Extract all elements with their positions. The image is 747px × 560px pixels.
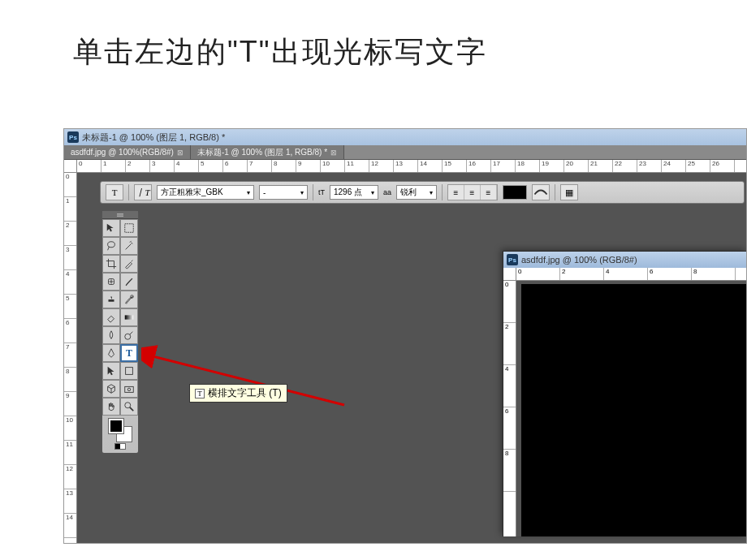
document-canvas[interactable] bbox=[521, 284, 746, 536]
separator bbox=[313, 184, 313, 200]
slide-title: 单击左边的"T"出现光标写文字 bbox=[0, 0, 747, 72]
svg-rect-4 bbox=[125, 315, 134, 319]
svg-point-8 bbox=[127, 388, 131, 391]
shape-tool[interactable] bbox=[120, 362, 138, 380]
window-titlebar[interactable]: Ps 未标题-1 @ 100% (图层 1, RGB/8) * bbox=[64, 129, 746, 145]
separator bbox=[128, 184, 129, 200]
close-icon[interactable]: ⊠ bbox=[330, 149, 337, 157]
font-size-dropdown[interactable]: 1296 点 ▾ bbox=[330, 185, 378, 200]
eraser-tool[interactable] bbox=[102, 308, 120, 326]
lasso-tool[interactable] bbox=[102, 237, 120, 255]
align-left-button[interactable]: ≡ bbox=[448, 185, 464, 200]
antialias-label: aa bbox=[383, 188, 391, 196]
text-align-group: ≡ ≡ ≡ bbox=[447, 184, 498, 200]
close-icon[interactable]: ⊠ bbox=[177, 149, 184, 157]
chevron-down-icon: ▾ bbox=[371, 189, 374, 196]
3d-tool[interactable] bbox=[102, 380, 120, 398]
photoshop-window: Ps 未标题-1 @ 100% (图层 1, RGB/8) * asdfdf.j… bbox=[63, 128, 747, 544]
chevron-down-icon: ▾ bbox=[430, 189, 433, 196]
document-window[interactable]: Ps asdfdf.jpg @ 100% (RGB/8#) 0 2 4 6 8 … bbox=[503, 251, 746, 536]
zoom-tool[interactable] bbox=[120, 398, 138, 416]
font-family-value: 方正粗雅宋_GBK bbox=[161, 187, 223, 198]
antialias-dropdown[interactable]: 锐利 ▾ bbox=[396, 185, 437, 200]
ruler-origin[interactable] bbox=[503, 268, 516, 281]
type-tool[interactable]: T bbox=[120, 344, 138, 362]
foreground-color-swatch[interactable] bbox=[109, 419, 123, 433]
default-colors-icon[interactable] bbox=[114, 443, 126, 450]
align-right-button[interactable]: ≡ bbox=[481, 185, 497, 200]
magic-wand-tool[interactable] bbox=[120, 237, 138, 255]
tooltip-text: 横排文字工具 (T) bbox=[208, 386, 282, 400]
panel-grip[interactable] bbox=[102, 211, 138, 219]
tool-panel[interactable]: T bbox=[101, 210, 139, 454]
svg-point-9 bbox=[125, 403, 131, 408]
svg-point-5 bbox=[125, 334, 131, 339]
font-style-value: - bbox=[263, 188, 266, 197]
app-icon: Ps bbox=[507, 254, 518, 265]
document-tab[interactable]: asdfdf.jpg @ 100%(RGB/8#) ⊠ bbox=[64, 145, 191, 159]
horizontal-ruler[interactable]: 0 1 2 3 4 5 6 7 8 9 10 11 12 13 14 15 16… bbox=[77, 160, 746, 173]
move-tool[interactable] bbox=[102, 219, 120, 237]
tool-preset-icon[interactable]: T bbox=[106, 184, 123, 200]
hand-tool[interactable] bbox=[102, 398, 120, 416]
healing-brush-tool[interactable] bbox=[102, 273, 120, 291]
document-tab[interactable]: 未标题-1 @ 100% (图层 1, RGB/8) * ⊠ bbox=[191, 145, 344, 159]
vertical-ruler[interactable]: 0 1 2 3 4 5 6 7 8 9 10 11 12 13 14 bbox=[64, 173, 77, 543]
horizontal-ruler[interactable]: 0 2 4 6 8 bbox=[516, 268, 746, 281]
pen-tool[interactable] bbox=[102, 344, 120, 362]
text-color-swatch[interactable] bbox=[503, 185, 527, 200]
separator bbox=[555, 184, 555, 200]
chevron-down-icon: ▾ bbox=[247, 189, 250, 196]
font-size-icon: tT bbox=[318, 188, 325, 196]
align-center-button[interactable]: ≡ bbox=[464, 185, 481, 200]
font-size-value: 1296 点 bbox=[334, 187, 362, 198]
clone-stamp-tool[interactable] bbox=[102, 291, 120, 308]
antialias-value: 锐利 bbox=[400, 187, 417, 198]
color-swatches bbox=[102, 416, 138, 453]
crop-tool[interactable] bbox=[102, 255, 120, 273]
document-titlebar[interactable]: Ps asdfdf.jpg @ 100% (RGB/8#) bbox=[503, 252, 746, 268]
svg-rect-0 bbox=[125, 224, 134, 233]
tool-tooltip: T 横排文字工具 (T) bbox=[189, 384, 287, 403]
tab-label: asdfdf.jpg @ 100%(RGB/8#) bbox=[71, 148, 174, 157]
marquee-tool[interactable] bbox=[120, 219, 138, 237]
eyedropper-tool[interactable] bbox=[120, 255, 138, 273]
text-orientation-icon[interactable]: 丨T bbox=[134, 184, 152, 200]
gradient-tool[interactable] bbox=[120, 308, 138, 326]
svg-rect-6 bbox=[126, 368, 133, 375]
ruler-origin[interactable] bbox=[64, 160, 77, 173]
font-style-dropdown[interactable]: - ▾ bbox=[259, 185, 308, 200]
character-panel-button[interactable]: ▦ bbox=[560, 184, 578, 200]
brush-tool[interactable] bbox=[120, 273, 138, 291]
tab-label: 未标题-1 @ 100% (图层 1, RGB/8) * bbox=[197, 147, 327, 158]
svg-point-1 bbox=[108, 242, 115, 248]
path-selection-tool[interactable] bbox=[102, 362, 120, 380]
dodge-tool[interactable] bbox=[120, 326, 138, 344]
document-title: asdfdf.jpg @ 100% (RGB/8#) bbox=[521, 255, 637, 265]
tooltip-icon: T bbox=[195, 389, 205, 398]
document-tab-bar: asdfdf.jpg @ 100%(RGB/8#) ⊠ 未标题-1 @ 100%… bbox=[64, 145, 746, 160]
app-icon: Ps bbox=[67, 131, 79, 143]
vertical-ruler[interactable]: 0 2 4 6 8 bbox=[503, 281, 516, 536]
separator bbox=[442, 184, 443, 200]
history-brush-tool[interactable] bbox=[120, 291, 138, 308]
blur-tool[interactable] bbox=[102, 326, 120, 344]
chevron-down-icon: ▾ bbox=[300, 189, 304, 196]
font-family-dropdown[interactable]: 方正粗雅宋_GBK ▾ bbox=[157, 185, 254, 200]
warp-text-button[interactable] bbox=[532, 184, 550, 200]
window-title: 未标题-1 @ 100% (图层 1, RGB/8) * bbox=[82, 131, 225, 144]
svg-rect-7 bbox=[125, 386, 134, 392]
camera-tool[interactable] bbox=[120, 380, 138, 398]
options-bar: T 丨T 方正粗雅宋_GBK ▾ - ▾ tT 1296 点 ▾ aa 锐利 ▾… bbox=[100, 181, 745, 204]
